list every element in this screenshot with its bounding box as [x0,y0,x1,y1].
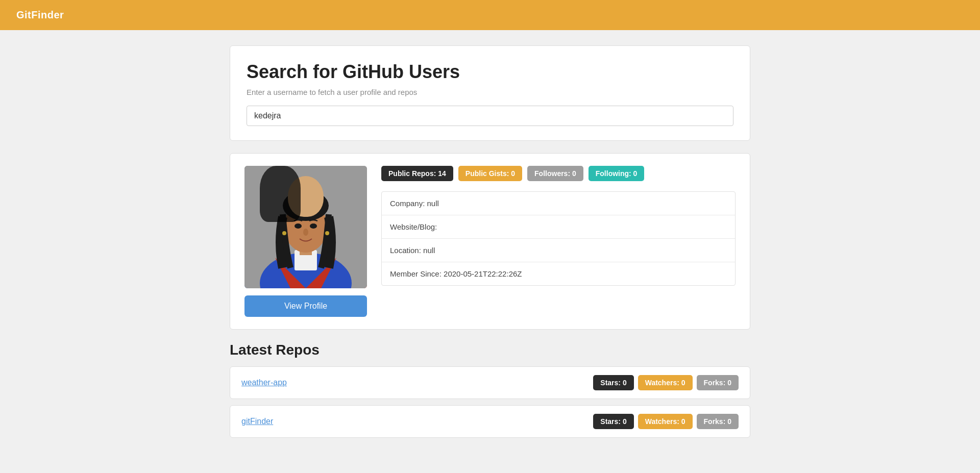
repo-link-gitfinder[interactable]: gitFinder [241,417,273,426]
app-title: GitFinder [16,9,64,21]
app-header: GitFinder [0,0,980,30]
info-location: Location: null [382,239,735,262]
profile-inner: View Profile Public Repos: 14 Public Gis… [244,166,736,317]
latest-repos-title: Latest Repos [230,342,750,358]
search-heading: Search for GitHub Users [247,61,733,83]
badge-following: Following: 0 [589,166,645,181]
repo-watchers-badge: Watchers: 0 [638,414,693,429]
avatar-image [244,166,367,288]
repo-badges: Stars: 0 Watchers: 0 Forks: 0 [593,414,739,429]
repo-card: weather-app Stars: 0 Watchers: 0 Forks: … [230,366,750,399]
search-subtitle: Enter a username to fetch a user profile… [247,88,733,96]
repo-link-weather-app[interactable]: weather-app [241,378,287,387]
latest-repos-section: Latest Repos weather-app Stars: 0 Watche… [230,342,750,438]
view-profile-button[interactable]: View Profile [244,295,367,317]
main-content: Search for GitHub Users Enter a username… [219,30,761,459]
profile-card: View Profile Public Repos: 14 Public Gis… [230,153,750,330]
repo-stars-badge: Stars: 0 [593,375,633,390]
svg-point-9 [282,231,286,235]
repo-card: gitFinder Stars: 0 Watchers: 0 Forks: 0 [230,405,750,438]
info-company: Company: null [382,192,735,215]
info-table: Company: null Website/Blog: Location: nu… [381,191,736,286]
avatar-section: View Profile [244,166,367,317]
profile-details: Public Repos: 14 Public Gists: 0 Followe… [381,166,736,286]
badge-public-gists: Public Gists: 0 [458,166,522,181]
info-member-since: Member Since: 2020-05-21T22:22:26Z [382,262,735,285]
repo-forks-badge: Forks: 0 [697,375,739,390]
svg-point-8 [303,229,308,236]
avatar [244,166,367,288]
svg-point-5 [283,190,329,221]
badge-followers: Followers: 0 [527,166,583,181]
repo-stars-badge: Stars: 0 [593,414,633,429]
repo-forks-badge: Forks: 0 [697,414,739,429]
repo-watchers-badge: Watchers: 0 [638,375,693,390]
badge-public-repos: Public Repos: 14 [381,166,453,181]
info-website: Website/Blog: [382,215,735,239]
svg-point-7 [310,223,317,229]
repo-badges: Stars: 0 Watchers: 0 Forks: 0 [593,375,739,390]
search-card: Search for GitHub Users Enter a username… [230,45,750,141]
svg-point-10 [325,231,329,235]
badges-row: Public Repos: 14 Public Gists: 0 Followe… [381,166,736,181]
svg-point-6 [295,223,302,229]
search-input[interactable] [247,106,733,126]
